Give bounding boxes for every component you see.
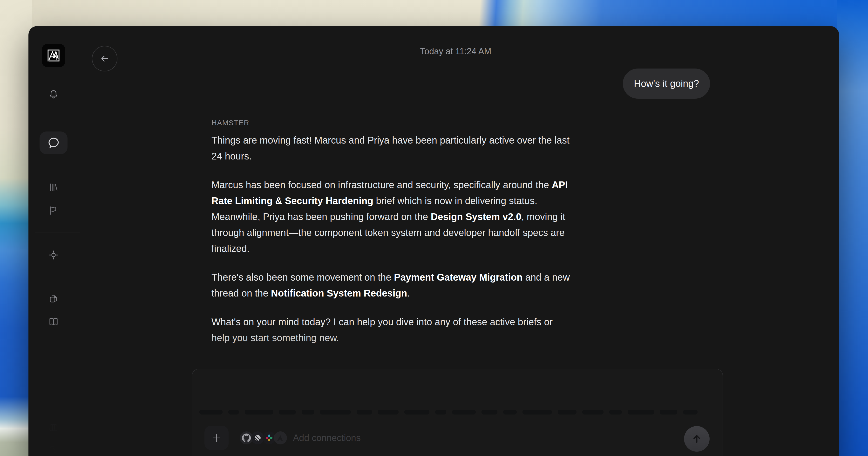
sidebar-item-flag[interactable] (28, 205, 79, 216)
app-logo[interactable] (42, 44, 65, 67)
assistant-paragraph: Things are moving fast! Marcus and Priya… (212, 132, 684, 164)
desktop: Today at 11:24 AM How's it going? HAMSTE… (0, 0, 868, 456)
assistant-message: Things are moving fast! Marcus and Priya… (212, 132, 684, 359)
a-mark-connection[interactable] (274, 431, 287, 445)
composer[interactable]: Add connections (192, 369, 723, 456)
github-connection[interactable] (240, 431, 253, 445)
sidebar-divider (35, 168, 80, 168)
open-book-icon (48, 316, 59, 327)
linear-connection[interactable] (251, 431, 264, 445)
assistant-name-label: HAMSTER (212, 119, 249, 127)
date-header: Today at 11:24 AM (335, 46, 576, 56)
chat-bubble-icon (47, 136, 60, 150)
sidebar-divider (35, 279, 80, 279)
attach-button[interactable] (209, 431, 224, 445)
sidebar-item-documents[interactable] (28, 293, 79, 304)
sidebar-item-chat-active[interactable] (39, 132, 67, 154)
library-icon (48, 182, 59, 193)
send-button[interactable] (684, 426, 710, 452)
github-icon (241, 433, 251, 443)
crosshair-icon (48, 250, 59, 260)
user-message-bubble: How's it going? (623, 68, 710, 99)
slack-icon (264, 433, 274, 443)
pages-icon (48, 293, 59, 304)
am-monogram-logo-icon (45, 47, 62, 64)
plus-icon (212, 433, 222, 443)
bell-icon (48, 89, 59, 100)
add-connections-label[interactable]: Add connections (293, 433, 361, 443)
slack-connection[interactable] (262, 431, 276, 445)
back-button[interactable] (92, 46, 117, 72)
sidebar-item-library[interactable] (28, 182, 79, 193)
flag-icon (48, 205, 59, 216)
sidebar-item-locate[interactable] (28, 250, 79, 260)
striped-circle-icon (253, 433, 263, 443)
assistant-paragraph: There's also been some movement on the P… (212, 269, 684, 301)
sidebar-item-notifications[interactable] (28, 89, 79, 99)
arrow-up-icon (690, 433, 703, 445)
connections-row[interactable]: Add connections (240, 431, 361, 445)
app-window: Today at 11:24 AM How's it going? HAMSTE… (28, 26, 839, 456)
sidebar-divider (35, 233, 80, 233)
a-mark-icon (275, 433, 285, 443)
arrow-left-icon (99, 53, 110, 64)
ghost-text-line (199, 410, 715, 415)
sidebar-item-book[interactable] (28, 316, 79, 327)
assistant-paragraph: Marcus has been focused on infrastructur… (212, 177, 684, 256)
